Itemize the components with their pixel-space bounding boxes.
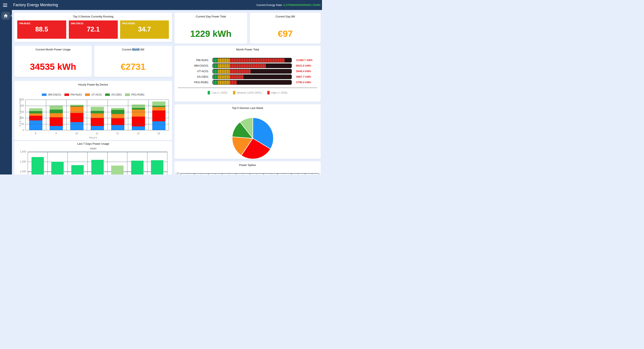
gauge-segment <box>261 69 262 73</box>
gauge-device-label: AS-CB01 <box>174 74 208 80</box>
gauge-segment <box>285 64 286 68</box>
gauge-segment <box>270 75 271 79</box>
gauge-segment <box>285 58 286 62</box>
gauge-row: PM-INJ0111366.7 kWh <box>174 57 321 63</box>
stacked-bar-segment <box>111 108 124 110</box>
y-tick-label: 0 <box>14 129 24 132</box>
gauge-segment <box>261 58 262 62</box>
gauge-segment <box>215 58 216 62</box>
gauge-segment <box>238 69 240 73</box>
gauge-segment <box>251 75 252 79</box>
legend-swatch <box>64 93 69 96</box>
gauge-segment <box>218 64 220 68</box>
x-tick-label: 11 <box>87 132 107 135</box>
gauge-segment <box>273 58 274 62</box>
axis-tick <box>180 174 181 174</box>
gauge-segment <box>262 75 264 79</box>
axis-tick <box>215 174 216 174</box>
stacked-bar-segment <box>29 111 42 114</box>
h-gridline <box>25 118 169 118</box>
legend-label: PM-INJ01 <box>71 93 82 96</box>
month-usage-value: 34535 kWh <box>14 62 92 72</box>
axis-tick <box>312 174 312 174</box>
card-title: Last 7 Days Power Usage <box>14 142 172 145</box>
gauge-segment <box>222 80 223 84</box>
gauge-segment <box>238 58 240 62</box>
gauge-segment <box>244 80 245 84</box>
app-title: Factory Energy Monitoring <box>13 3 58 7</box>
gauge-segment <box>213 75 214 79</box>
stacked-bar-segment <box>91 118 104 126</box>
v-gridline <box>148 100 149 130</box>
gauge-segment <box>258 80 259 84</box>
gauge-segment <box>290 75 292 79</box>
gauge-segment <box>216 80 218 84</box>
gauge-bar <box>212 69 292 74</box>
gauge-device-label: PM-INJ01 <box>174 57 208 63</box>
gauge-segment <box>271 58 272 62</box>
y-tick-label: 130 <box>175 172 180 174</box>
card-month-power-total: Month Power Total PM-INJ0111366.7 kWhBM-… <box>174 46 321 102</box>
gauge-row: BM-CNC018541.6 kWh <box>174 63 321 68</box>
x-tick-label: 13 <box>128 132 148 135</box>
card-hourly-power: Hourly Power By Device BM-CNC01PM-INJ01U… <box>14 81 172 140</box>
x-tick-label: 12 <box>107 132 128 135</box>
legend-swatch <box>208 91 210 94</box>
x-tick-label: 14 <box>148 132 169 135</box>
gauge-segment <box>290 64 292 68</box>
gauge-segment <box>242 58 244 62</box>
gauge-segment <box>216 58 218 62</box>
legend-label: BM-CNC01 <box>48 93 61 96</box>
gauge-segment <box>222 64 223 68</box>
gauge-segment <box>287 69 288 73</box>
gauge-segment <box>278 58 280 62</box>
gauge-segment <box>256 58 257 62</box>
menu-icon[interactable] <box>3 3 7 7</box>
gauge-segment <box>273 75 274 79</box>
title-selected-text: Month <box>132 48 140 51</box>
gauge-segment <box>230 64 232 68</box>
card-month-usage: Current Month Power Usage 34535 kWh <box>14 46 92 77</box>
legend-label: UT-AC01 <box>91 93 102 96</box>
gauge-segment <box>218 58 220 62</box>
gauge-device-label: PKG-ROB1 <box>174 80 208 85</box>
v-gridline <box>107 152 108 174</box>
gauge-segment <box>258 69 259 73</box>
gauge-segment <box>280 64 281 68</box>
gauge-segment <box>238 64 240 68</box>
gauge-bar <box>212 63 292 68</box>
top-app-bar: Factory Energy Monitoring Current Energy… <box>0 0 322 10</box>
gauge-segment <box>256 80 257 84</box>
gauge-segment <box>281 69 283 73</box>
gauge-row: PKG-ROB13790.4 kWh <box>174 80 321 85</box>
legend-item: PKG-ROB1 <box>125 93 144 96</box>
gauge-segment <box>230 75 232 79</box>
legend-swatch <box>105 93 110 96</box>
gauge-segment <box>287 80 288 84</box>
gauge-segment <box>273 69 274 73</box>
h-gridline <box>25 112 169 112</box>
gauge-segment <box>262 80 264 84</box>
hourly-plot-area <box>25 100 169 130</box>
gauge-segment <box>261 75 262 79</box>
gauge-segment <box>252 58 254 62</box>
stacked-bar-segment <box>50 110 63 113</box>
gauge-segment <box>252 75 254 79</box>
card-last7-days: Last 7 Days Power Usage chart 1,4001,200… <box>14 141 172 174</box>
legend-item: AS-CB01 <box>105 93 122 96</box>
gauge-segment <box>247 75 248 79</box>
gauge-segment <box>247 69 248 73</box>
legend-item: Medium (1000-3000) <box>233 91 262 94</box>
gauge-segment <box>247 80 248 84</box>
legend-item: Low (< 1000) <box>208 91 227 94</box>
gauge-segment <box>264 80 266 84</box>
gauge-segment <box>242 64 244 68</box>
axis-tick <box>194 174 195 174</box>
gauge-segment <box>213 58 214 62</box>
y-axis-title: Energy Consumed <box>18 103 22 126</box>
gauge-segment <box>226 80 228 84</box>
y-tick-label: 1,200 <box>14 160 26 163</box>
home-nav-button[interactable] <box>2 12 10 20</box>
gauge-segment <box>278 64 280 68</box>
gauge-segment <box>234 75 235 79</box>
